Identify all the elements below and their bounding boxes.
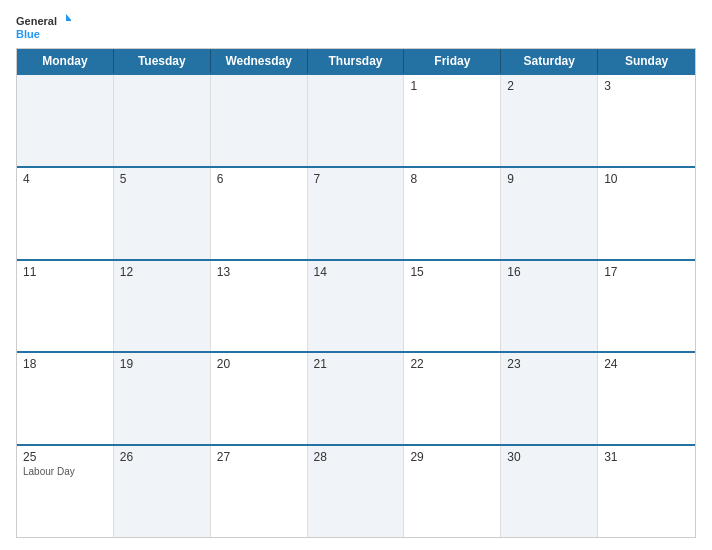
day-number: 11 [23,265,107,279]
day-number: 22 [410,357,494,371]
calendar-cell: 4 [17,168,114,259]
page-header: General Blue [16,12,696,40]
day-number: 17 [604,265,689,279]
day-of-week-thursday: Thursday [308,49,405,73]
day-number: 2 [507,79,591,93]
svg-marker-1 [66,14,71,21]
day-number: 6 [217,172,301,186]
calendar-cell [308,75,405,166]
day-number: 5 [120,172,204,186]
svg-text:General: General [16,15,57,27]
calendar-cell: 20 [211,353,308,444]
day-number: 10 [604,172,689,186]
calendar-cell: 22 [404,353,501,444]
day-number: 19 [120,357,204,371]
page: General Blue MondayTuesdayWednesdayThurs… [0,0,712,550]
day-number: 27 [217,450,301,464]
calendar-week-3: 11121314151617 [17,259,695,352]
day-number: 9 [507,172,591,186]
day-number: 21 [314,357,398,371]
svg-text:Blue: Blue [16,28,40,40]
day-of-week-tuesday: Tuesday [114,49,211,73]
day-of-week-wednesday: Wednesday [211,49,308,73]
calendar-cell: 17 [598,261,695,352]
calendar-week-5: 25Labour Day262728293031 [17,444,695,537]
day-number: 30 [507,450,591,464]
day-number: 25 [23,450,107,464]
calendar-cell: 18 [17,353,114,444]
calendar-cell: 16 [501,261,598,352]
calendar-cell: 30 [501,446,598,537]
calendar-cell: 8 [404,168,501,259]
calendar-cell [114,75,211,166]
calendar-cell: 7 [308,168,405,259]
day-number: 24 [604,357,689,371]
calendar-cell: 15 [404,261,501,352]
calendar-cell: 29 [404,446,501,537]
calendar-cell: 14 [308,261,405,352]
day-number: 28 [314,450,398,464]
calendar-week-4: 18192021222324 [17,351,695,444]
calendar-cell: 12 [114,261,211,352]
day-of-week-monday: Monday [17,49,114,73]
calendar-cell: 11 [17,261,114,352]
calendar-cell: 2 [501,75,598,166]
calendar: MondayTuesdayWednesdayThursdayFridaySatu… [16,48,696,538]
calendar-cell: 27 [211,446,308,537]
calendar-cell [211,75,308,166]
calendar-cell: 9 [501,168,598,259]
calendar-week-2: 45678910 [17,166,695,259]
day-number: 18 [23,357,107,371]
calendar-cell: 26 [114,446,211,537]
day-of-week-sunday: Sunday [598,49,695,73]
calendar-cell: 5 [114,168,211,259]
logo-icon: General Blue [16,12,71,40]
calendar-cell: 1 [404,75,501,166]
calendar-cell [17,75,114,166]
calendar-cell: 13 [211,261,308,352]
day-number: 26 [120,450,204,464]
calendar-cell: 31 [598,446,695,537]
calendar-cell: 28 [308,446,405,537]
day-number: 29 [410,450,494,464]
day-number: 12 [120,265,204,279]
day-number: 15 [410,265,494,279]
day-of-week-friday: Friday [404,49,501,73]
day-number: 14 [314,265,398,279]
calendar-cell: 24 [598,353,695,444]
event-label: Labour Day [23,466,107,477]
calendar-cell: 25Labour Day [17,446,114,537]
day-number: 31 [604,450,689,464]
logo: General Blue [16,12,71,40]
calendar-cell: 23 [501,353,598,444]
calendar-week-1: 123 [17,73,695,166]
calendar-cell: 19 [114,353,211,444]
day-number: 20 [217,357,301,371]
day-number: 16 [507,265,591,279]
calendar-cell: 21 [308,353,405,444]
day-number: 4 [23,172,107,186]
calendar-cell: 3 [598,75,695,166]
day-number: 8 [410,172,494,186]
calendar-cell: 6 [211,168,308,259]
day-number: 13 [217,265,301,279]
day-of-week-saturday: Saturday [501,49,598,73]
day-number: 3 [604,79,689,93]
calendar-body: 1234567891011121314151617181920212223242… [17,73,695,537]
day-number: 1 [410,79,494,93]
day-number: 23 [507,357,591,371]
calendar-header: MondayTuesdayWednesdayThursdayFridaySatu… [17,49,695,73]
calendar-cell: 10 [598,168,695,259]
day-number: 7 [314,172,398,186]
